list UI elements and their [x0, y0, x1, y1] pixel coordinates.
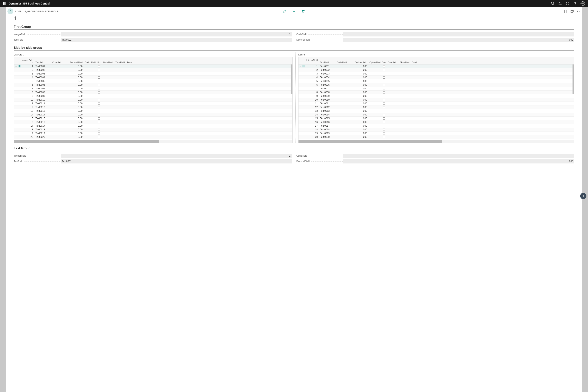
svg-point-11 [567, 3, 568, 4]
svg-rect-7 [4, 4, 5, 5]
svg-rect-5 [6, 3, 6, 4]
help-icon[interactable] [573, 2, 577, 6]
top-bar: Dynamics 365 Business Central M1 [0, 0, 588, 7]
svg-rect-4 [4, 3, 5, 4]
user-avatar[interactable]: M1 [580, 1, 585, 6]
svg-rect-1 [4, 2, 5, 3]
svg-point-9 [551, 2, 554, 4]
search-icon[interactable] [551, 2, 555, 6]
svg-rect-8 [6, 4, 6, 5]
product-name: Dynamics 365 Business Central [8, 2, 50, 5]
svg-rect-6 [3, 4, 4, 5]
svg-rect-3 [3, 3, 4, 4]
svg-rect-2 [6, 2, 6, 3]
notifications-icon[interactable] [558, 2, 562, 6]
settings-icon[interactable] [566, 2, 570, 6]
svg-rect-0 [3, 2, 4, 3]
app-launcher-icon[interactable] [2, 2, 8, 5]
svg-line-10 [554, 4, 554, 5]
svg-point-12 [575, 4, 575, 5]
